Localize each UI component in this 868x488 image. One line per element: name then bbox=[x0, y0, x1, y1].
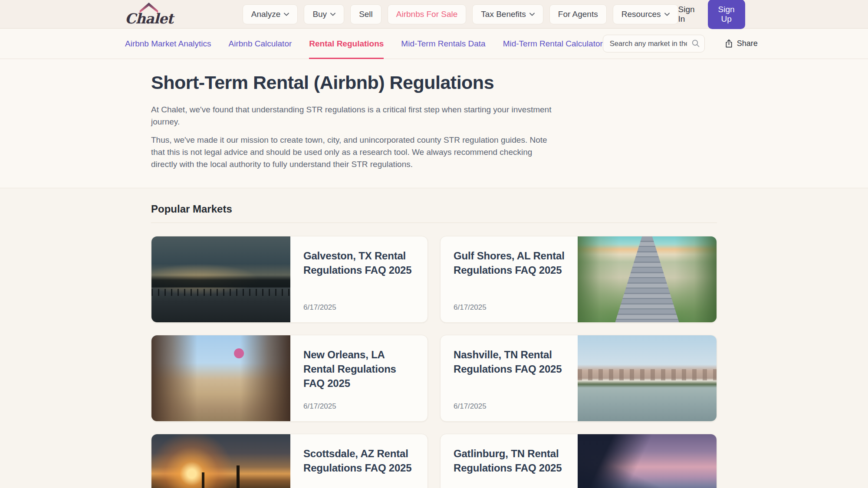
section-title: Popular Markets bbox=[151, 203, 717, 215]
market-card-nashville[interactable]: Nashville, TN Rental Regulations FAQ 202… bbox=[440, 335, 717, 422]
share-button[interactable]: Share bbox=[725, 39, 758, 48]
search-input[interactable] bbox=[603, 35, 705, 52]
nav-for-agents-button[interactable]: For Agents bbox=[549, 4, 607, 24]
tab-mid-term-rentals-data[interactable]: Mid-Term Rentals Data bbox=[401, 29, 485, 59]
market-card-gulf-shores[interactable]: Gulf Shores, AL Rental Regulations FAQ 2… bbox=[440, 236, 717, 323]
nav-airbnbs-for-sale-button[interactable]: Airbnbs For Sale bbox=[388, 4, 467, 24]
card-title[interactable]: Scottsdale, AZ Rental Regulations FAQ 20… bbox=[303, 446, 415, 475]
nav-label: Tax Benefits bbox=[481, 10, 526, 19]
new-orleans-street-photo bbox=[151, 335, 290, 421]
chevron-down-icon bbox=[529, 13, 535, 16]
top-navbar: Chalet Analyze Buy Sell Airbnbs For Sale… bbox=[0, 0, 868, 29]
chevron-down-icon bbox=[330, 13, 335, 16]
nav-label: Resources bbox=[621, 10, 661, 19]
intro-paragraph-1: At Chalet, we've found that understandin… bbox=[151, 104, 559, 128]
nav-label: Sell bbox=[359, 10, 373, 19]
secondary-navbar: Airbnb Market Analytics Airbnb Calculato… bbox=[0, 29, 868, 59]
tool-tabs: Airbnb Market Analytics Airbnb Calculato… bbox=[125, 29, 603, 59]
card-title[interactable]: Gatlinburg, TN Rental Regulations FAQ 20… bbox=[454, 446, 566, 475]
search-icon[interactable] bbox=[691, 39, 700, 48]
scottsdale-desert-photo bbox=[151, 434, 290, 488]
chevron-down-icon bbox=[664, 13, 670, 16]
market-card-gatlinburg[interactable]: Gatlinburg, TN Rental Regulations FAQ 20… bbox=[440, 434, 717, 488]
share-icon bbox=[725, 39, 733, 48]
popular-markets-section: Popular Markets Galveston, TX Rental Reg… bbox=[0, 188, 868, 488]
sign-in-link[interactable]: Sign In bbox=[678, 5, 695, 24]
card-date: 6/17/2025 bbox=[303, 402, 415, 411]
share-label: Share bbox=[737, 39, 758, 48]
chevron-down-icon bbox=[284, 13, 289, 16]
card-title[interactable]: Galveston, TX Rental Regulations FAQ 202… bbox=[303, 249, 415, 277]
intro-paragraph-2: Thus, we've made it our mission to creat… bbox=[151, 134, 559, 170]
card-title[interactable]: Nashville, TN Rental Regulations FAQ 202… bbox=[454, 347, 566, 376]
nav-label: For Agents bbox=[558, 10, 598, 19]
card-date: 6/17/2025 bbox=[454, 402, 566, 411]
galveston-pier-photo bbox=[151, 236, 290, 322]
card-title[interactable]: Gulf Shores, AL Rental Regulations FAQ 2… bbox=[454, 249, 566, 277]
tab-rental-regulations[interactable]: Rental Regulations bbox=[309, 29, 384, 59]
tab-mid-term-rental-calculator[interactable]: Mid-Term Rental Calculator bbox=[503, 29, 603, 59]
card-date: 6/17/2025 bbox=[303, 303, 415, 312]
sign-up-button[interactable]: Sign Up bbox=[708, 0, 745, 29]
market-card-galveston[interactable]: Galveston, TX Rental Regulations FAQ 202… bbox=[151, 236, 428, 323]
nav-analyze-button[interactable]: Analyze bbox=[243, 4, 298, 24]
gatlinburg-mountains-photo bbox=[578, 434, 717, 488]
card-title[interactable]: New Orleans, LA Rental Regulations FAQ 2… bbox=[303, 347, 415, 390]
nav-resources-button[interactable]: Resources bbox=[613, 4, 678, 24]
tab-airbnb-market-analytics[interactable]: Airbnb Market Analytics bbox=[125, 29, 211, 59]
market-search bbox=[603, 35, 705, 52]
nav-sell-button[interactable]: Sell bbox=[350, 4, 381, 24]
nashville-skyline-photo bbox=[578, 335, 717, 421]
page-intro-section: Short-Term Rental (Airbnb) Regulations A… bbox=[0, 59, 868, 188]
nav-label: Buy bbox=[312, 10, 327, 19]
chalet-logo[interactable]: Chalet bbox=[125, 3, 173, 26]
tab-airbnb-calculator[interactable]: Airbnb Calculator bbox=[229, 29, 292, 59]
market-cards-grid: Galveston, TX Rental Regulations FAQ 202… bbox=[151, 236, 717, 488]
nav-buy-button[interactable]: Buy bbox=[304, 4, 344, 24]
primary-nav: Analyze Buy Sell Airbnbs For Sale Tax Be… bbox=[243, 4, 678, 24]
card-date: 6/17/2025 bbox=[454, 303, 566, 312]
nav-label: Analyze bbox=[251, 10, 281, 19]
page-title: Short-Term Rental (Airbnb) Regulations bbox=[151, 72, 717, 93]
logo-wordmark: Chalet bbox=[125, 12, 173, 26]
market-card-new-orleans[interactable]: New Orleans, LA Rental Regulations FAQ 2… bbox=[151, 335, 428, 422]
nav-tax-benefits-button[interactable]: Tax Benefits bbox=[472, 4, 543, 24]
market-card-scottsdale[interactable]: Scottsdale, AZ Rental Regulations FAQ 20… bbox=[151, 434, 428, 488]
nav-label: Airbnbs For Sale bbox=[396, 10, 458, 19]
section-divider bbox=[151, 223, 717, 223]
gulf-shores-boardwalk-photo bbox=[578, 236, 717, 322]
